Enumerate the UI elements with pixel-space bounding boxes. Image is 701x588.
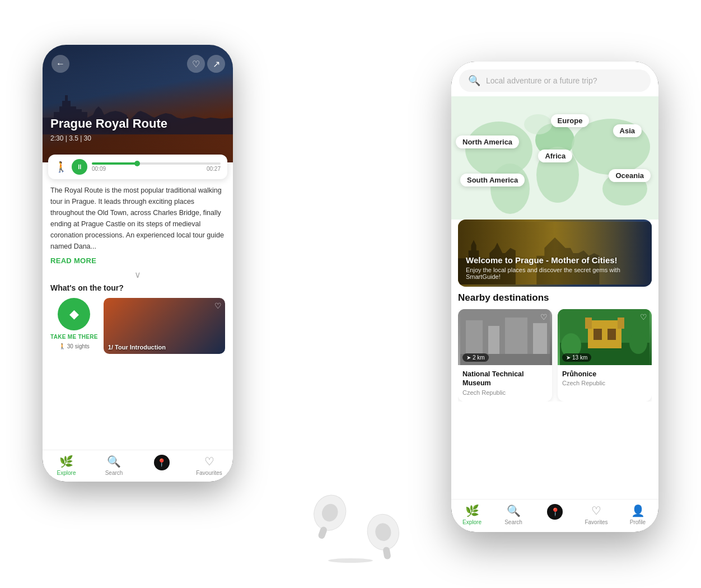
nav-r-explore-label: Explore xyxy=(462,519,482,525)
search-placeholder: Local adventure or a future trip? xyxy=(486,76,597,85)
back-button[interactable]: ← xyxy=(52,55,69,73)
read-more-button[interactable]: READ MORE xyxy=(50,256,225,265)
nav-search[interactable]: 🔍 Search xyxy=(90,455,138,476)
progress-dot xyxy=(134,161,140,166)
time-total: 00:27 xyxy=(207,166,221,172)
hero-share-button[interactable]: ↗ xyxy=(207,55,225,73)
svg-rect-16 xyxy=(588,320,621,348)
bottom-nav-right: 🌿 Explore 🔍 Search 📍 ♡ Favorites 👤 Profi… xyxy=(451,499,658,532)
whats-on-label: What's on the tour? xyxy=(50,283,225,292)
svg-rect-18 xyxy=(618,318,624,329)
description-text: The Royal Route is the most popular trad… xyxy=(50,185,225,252)
phone-left: ← ♡ ↗ Prague Royal Route 2:30 | 3.5 | 30… xyxy=(43,45,233,482)
earbud-left xyxy=(304,488,353,547)
take-me-circle-icon: ◆ xyxy=(58,298,90,330)
earbuds xyxy=(295,504,406,560)
svg-rect-19 xyxy=(593,329,602,340)
nearby-card-1-img: ♡ ➤ 2 km xyxy=(458,309,552,365)
tour-heart-icon[interactable]: ♡ xyxy=(214,301,222,310)
card1-distance: ➤ 2 km xyxy=(462,353,489,362)
chevron-down-icon: ∨ xyxy=(50,269,225,280)
prague-banner-title: Welcome to Prague - Mother of Cities! xyxy=(466,255,652,265)
sights-count: 🚶 30 sights xyxy=(59,343,90,349)
explore-icon: 🌿 xyxy=(59,455,73,468)
tour-image-card[interactable]: ♡ 1/ Tour Introduction xyxy=(104,298,225,354)
explore-r-icon: 🌿 xyxy=(465,504,479,517)
take-me-there[interactable]: ◆ TAKE ME THERE 🚶 30 sights xyxy=(50,298,98,349)
progress-fill xyxy=(92,162,137,165)
svg-rect-17 xyxy=(585,318,592,329)
take-me-label: TAKE ME THERE xyxy=(50,334,98,340)
nav-r-explore[interactable]: 🌿 Explore xyxy=(451,504,493,525)
map-icon: 📍 xyxy=(154,455,170,470)
nearby-card-2[interactable]: ♡ ➤ 13 km Průhonice Czech Republic xyxy=(558,309,652,402)
play-button[interactable]: ⏸ xyxy=(72,159,87,175)
nav-search-label: Search xyxy=(105,470,123,476)
nav-favorites-label: Favourites xyxy=(196,470,222,476)
continent-oceania[interactable]: Oceania xyxy=(609,169,651,182)
search-r-icon: 🔍 xyxy=(507,504,521,517)
card1-info: National Technical Museum Czech Republic xyxy=(458,365,552,402)
hero-title: Prague Royal Route xyxy=(50,116,167,131)
progress-track[interactable] xyxy=(92,162,221,165)
earbud-right xyxy=(363,510,405,564)
time-labels: 00:09 00:27 xyxy=(92,166,221,172)
nearby-section: Nearby destinations xyxy=(451,292,658,499)
continent-north-america[interactable]: North America xyxy=(456,136,519,148)
earbud-shadow xyxy=(328,558,373,563)
phone-right: 🔍 Local adventure or a future trip? xyxy=(451,62,658,532)
map-r-icon: 📍 xyxy=(547,504,563,520)
progress-area: 00:09 00:27 xyxy=(92,162,221,172)
nav-explore-label: Explore xyxy=(57,470,76,476)
card2-heart-icon[interactable]: ♡ xyxy=(640,312,647,321)
prague-banner[interactable]: Welcome to Prague - Mother of Cities! En… xyxy=(458,220,652,287)
favorites-icon: ♡ xyxy=(204,455,214,468)
nav-r-profile-label: Profile xyxy=(630,519,646,525)
continent-europe[interactable]: Europe xyxy=(551,114,590,127)
scene: ← ♡ ↗ Prague Royal Route 2:30 | 3.5 | 30… xyxy=(43,28,658,560)
hero-heart-button[interactable]: ♡ xyxy=(187,55,205,73)
svg-rect-11 xyxy=(505,318,527,354)
left-content: The Royal Route is the most popular trad… xyxy=(43,179,233,450)
hero-meta: 2:30 | 3.5 | 30 xyxy=(50,134,91,142)
continent-asia[interactable]: Asia xyxy=(613,124,642,137)
nav-r-map[interactable]: 📍 xyxy=(534,504,576,525)
svg-rect-10 xyxy=(488,326,499,354)
nearby-cards: ♡ ➤ 2 km National Technical Museum Czech… xyxy=(458,309,652,402)
card2-info: Průhonice Czech Republic xyxy=(558,365,652,392)
svg-rect-12 xyxy=(533,323,547,354)
search-bar: 🔍 Local adventure or a future trip? xyxy=(451,62,658,96)
hero-area: ← ♡ ↗ Prague Royal Route 2:30 | 3.5 | 30 xyxy=(43,45,233,162)
nav-r-search-label: Search xyxy=(504,519,522,525)
continent-africa[interactable]: Africa xyxy=(538,150,572,162)
profile-icon: 👤 xyxy=(631,504,645,517)
search-input-wrap[interactable]: 🔍 Local adventure or a future trip? xyxy=(459,69,651,92)
prague-banner-subtitle: Enjoy the local places and discover the … xyxy=(466,267,652,280)
continent-south-america[interactable]: South America xyxy=(460,174,525,186)
nav-explore[interactable]: 🌿 Explore xyxy=(43,455,90,476)
walk-icon: 🚶 xyxy=(55,161,67,173)
card2-country: Czech Republic xyxy=(562,380,647,386)
search-icon: 🔍 xyxy=(107,455,121,468)
nav-r-favorites-label: Favorites xyxy=(585,519,607,525)
svg-point-1 xyxy=(490,164,530,214)
tour-intro-label: 1/ Tour Introduction xyxy=(108,344,166,351)
nav-favorites[interactable]: ♡ Favourites xyxy=(185,455,233,476)
nav-r-search[interactable]: 🔍 Search xyxy=(493,504,534,525)
card1-country: Czech Republic xyxy=(462,389,548,396)
nav-r-favorites[interactable]: ♡ Favorites xyxy=(576,504,617,525)
bottom-nav-left: 🌿 Explore 🔍 Search 📍 ♡ Favourites xyxy=(43,450,233,482)
nearby-card-1[interactable]: ♡ ➤ 2 km National Technical Museum Czech… xyxy=(458,309,552,402)
nav-r-profile[interactable]: 👤 Profile xyxy=(617,504,658,525)
time-current: 00:09 xyxy=(92,166,106,172)
search-icon-right: 🔍 xyxy=(468,74,480,87)
card2-distance: ➤ 13 km xyxy=(562,353,591,362)
favorites-r-icon: ♡ xyxy=(591,504,601,517)
card2-name: Průhonice xyxy=(562,370,647,379)
card1-heart-icon[interactable]: ♡ xyxy=(540,312,548,321)
nearby-card-2-img: ♡ ➤ 13 km xyxy=(558,309,652,365)
nav-map[interactable]: 📍 xyxy=(138,455,185,476)
svg-point-6 xyxy=(524,114,552,134)
tour-card-row: ◆ TAKE ME THERE 🚶 30 sights ♡ 1/ Tour In… xyxy=(50,298,225,354)
prague-banner-text: Welcome to Prague - Mother of Cities! En… xyxy=(466,255,652,280)
